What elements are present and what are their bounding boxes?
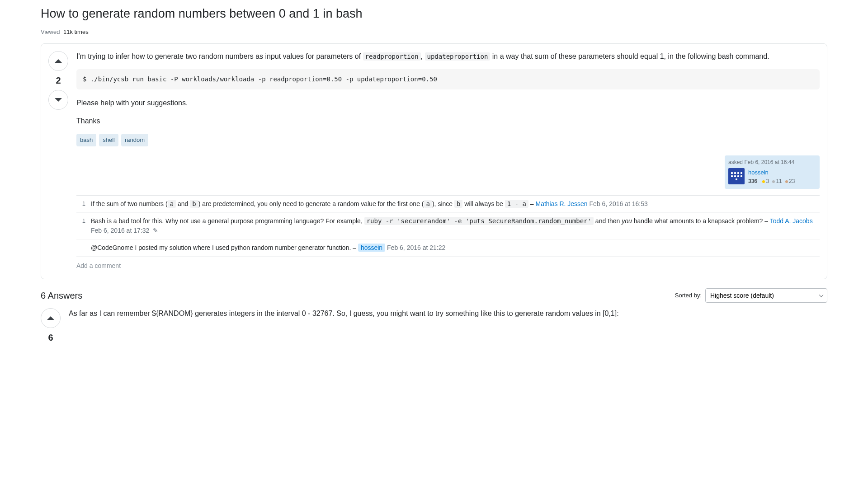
comment: @CodeGnome I posted my solution where I … bbox=[76, 239, 820, 257]
question-owner-card: asked Feb 6, 2016 at 16:44 hossein 336 3… bbox=[725, 155, 820, 189]
tag-shell[interactable]: shell bbox=[99, 134, 118, 146]
sort-label: Sorted by: bbox=[675, 291, 702, 300]
comment-text: If the sum of two numbers (a and b) are … bbox=[91, 199, 820, 209]
comment-score bbox=[76, 243, 85, 253]
tag-random[interactable]: random bbox=[121, 134, 148, 146]
answer-post: 6 As far as I can remember ${RANDOM} gen… bbox=[41, 308, 827, 344]
comment-text: Bash is a bad tool for this. Why not use… bbox=[91, 216, 820, 235]
comment-author[interactable]: Todd A. Jacobs bbox=[770, 217, 813, 225]
question-body: I'm trying to infer how to generate two … bbox=[76, 51, 820, 272]
gold-badge-icon bbox=[762, 180, 765, 183]
vote-score: 2 bbox=[56, 74, 61, 87]
question-post: 2 I'm trying to infer how to generate tw… bbox=[41, 43, 827, 279]
inline-code: updateproportion bbox=[425, 52, 491, 61]
inline-code: readproportion bbox=[363, 52, 421, 61]
comment-date: Feb 6, 2016 at 17:32 bbox=[91, 227, 149, 234]
question-title: How to generate random numbers between 0… bbox=[41, 5, 827, 23]
owner-username[interactable]: hossein bbox=[748, 168, 795, 177]
tag-list: bash shell random bbox=[76, 134, 820, 146]
question-paragraph-2: Please help with your suggestions. bbox=[76, 98, 820, 108]
tag-bash[interactable]: bash bbox=[76, 134, 96, 146]
sort-select[interactable]: Highest score (default) bbox=[705, 288, 827, 303]
comment-author[interactable]: Mathias R. Jessen bbox=[536, 200, 588, 207]
inline-code: ruby -r 'securerandom' -e 'puts SecureRa… bbox=[364, 217, 594, 225]
comment-score: 1 bbox=[76, 216, 85, 235]
bronze-badge-icon bbox=[785, 180, 788, 183]
question-stats: Viewed 11k times bbox=[41, 28, 827, 37]
comment-date: Feb 6, 2016 at 21:22 bbox=[387, 244, 445, 251]
question-paragraph-1: I'm trying to infer how to generate two … bbox=[76, 51, 820, 62]
avatar[interactable] bbox=[728, 168, 745, 184]
answers-count: 6 Answers bbox=[41, 289, 82, 302]
question-paragraph-3: Thanks bbox=[76, 116, 820, 127]
viewed-label: Viewed bbox=[41, 28, 60, 35]
upvote-button[interactable] bbox=[48, 51, 68, 71]
vote-controls: 2 bbox=[48, 51, 68, 272]
upvote-button[interactable] bbox=[41, 308, 61, 328]
vote-score: 6 bbox=[48, 331, 53, 344]
answers-header: 6 Answers Sorted by: Highest score (defa… bbox=[41, 288, 827, 303]
comment-author-self[interactable]: hossein bbox=[358, 244, 385, 252]
answer-paragraph-1: As far as I can remember ${RANDOM} gener… bbox=[69, 308, 827, 319]
asked-time: asked Feb 6, 2016 at 16:44 bbox=[728, 158, 816, 166]
code-block: $ ./bin/ycsb run basic -P workloads/work… bbox=[76, 69, 820, 89]
vote-controls: 6 bbox=[41, 308, 61, 344]
answer-body: As far as I can remember ${RANDOM} gener… bbox=[69, 308, 827, 344]
inline-code: b bbox=[454, 200, 462, 208]
caret-up-icon bbox=[54, 59, 62, 63]
inline-code: a bbox=[424, 200, 432, 208]
inline-code: 1 - a bbox=[505, 200, 528, 208]
silver-badge-icon bbox=[772, 180, 775, 183]
owner-reputation: 336 3 11 23 bbox=[748, 177, 795, 185]
inline-code: b bbox=[190, 200, 198, 208]
comment: 1 Bash is a bad tool for this. Why not u… bbox=[76, 213, 820, 239]
comment: 1 If the sum of two numbers (a and b) ar… bbox=[76, 196, 820, 213]
sort-controls: Sorted by: Highest score (default) bbox=[675, 288, 827, 303]
comment-list: 1 If the sum of two numbers (a and b) ar… bbox=[76, 195, 820, 257]
caret-down-icon bbox=[54, 98, 62, 102]
caret-up-icon bbox=[47, 316, 55, 320]
downvote-button[interactable] bbox=[48, 90, 68, 110]
comment-date: Feb 6, 2016 at 16:53 bbox=[590, 200, 648, 207]
comment-text: @CodeGnome I posted my solution where I … bbox=[91, 243, 820, 253]
inline-code: a bbox=[168, 200, 176, 208]
pencil-icon: ✎ bbox=[153, 226, 158, 235]
add-comment-link[interactable]: Add a comment bbox=[76, 257, 820, 272]
viewed-value: 11k times bbox=[63, 28, 89, 35]
comment-score: 1 bbox=[76, 199, 85, 209]
